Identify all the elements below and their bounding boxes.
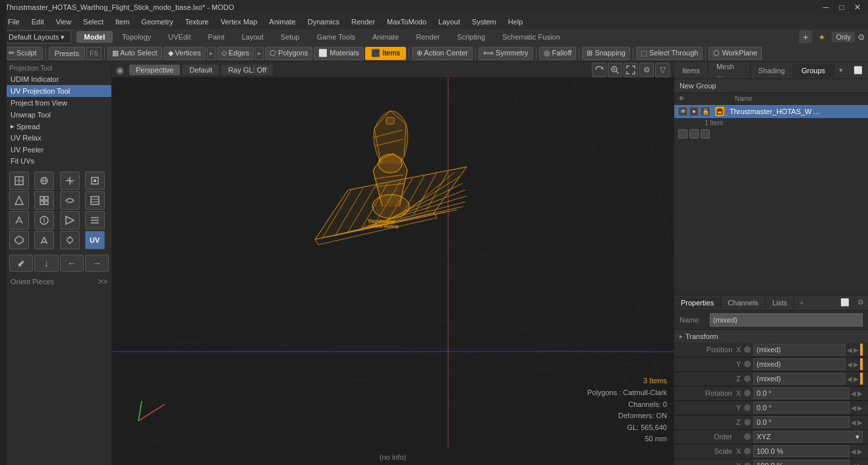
new-group-button[interactable]: New Group xyxy=(674,79,868,93)
arrow-left[interactable]: ← xyxy=(60,255,84,272)
item2-render-toggle[interactable] xyxy=(689,129,699,139)
tool-icon-6[interactable] xyxy=(34,191,54,210)
item-eye-toggle[interactable]: 👁 xyxy=(678,107,687,116)
props-gear-btn[interactable]: ⚙ xyxy=(854,296,868,309)
vertices-button[interactable]: ◆ Vertices xyxy=(163,47,206,60)
menu-select[interactable]: Select xyxy=(78,16,109,27)
sculpt-button[interactable]: ✏ Sculpt xyxy=(3,47,43,60)
item-render-toggle[interactable]: ● xyxy=(689,107,699,116)
modetabs-gear-button[interactable]: ⚙ xyxy=(857,32,865,42)
pos-y-arrow2[interactable]: ▶ xyxy=(854,361,859,368)
pos-x-value[interactable]: (mixed) xyxy=(753,344,846,356)
minimize-button[interactable]: ─ xyxy=(821,2,831,13)
tool-icon-14[interactable] xyxy=(34,231,54,249)
menu-item[interactable]: Item xyxy=(110,16,134,27)
tool-icon-9[interactable] xyxy=(9,211,29,230)
scale-x-arrow[interactable]: ◀ xyxy=(851,448,856,455)
tool-icon-3[interactable] xyxy=(60,171,80,190)
vp-fullscreen-btn[interactable] xyxy=(623,63,638,77)
props-add-button[interactable]: + xyxy=(794,297,809,309)
tool-icon-13[interactable] xyxy=(9,231,29,249)
menu-animate[interactable]: Animate xyxy=(264,16,301,27)
menu-vertexmap[interactable]: Vertex Map xyxy=(216,16,263,27)
tool-icon-8[interactable] xyxy=(85,191,105,210)
vp-settings-btn[interactable]: ⚙ xyxy=(639,63,654,77)
menu-system[interactable]: System xyxy=(467,16,502,27)
unwrap-tool[interactable]: Unwrap Tool xyxy=(7,109,111,121)
viewport-canvas[interactable]: Thrustmaster HOTAS Warthog 3 Items Polyg… xyxy=(112,78,674,465)
scale-x-arrow2[interactable]: ▶ xyxy=(857,448,863,455)
arrow-right[interactable]: → xyxy=(85,255,109,272)
rot-z-value[interactable]: 0.0 ° xyxy=(753,416,850,428)
rp-tab-shading[interactable]: Shading xyxy=(751,64,794,77)
tool-icon-7[interactable] xyxy=(60,191,80,210)
tab-scripting[interactable]: Scripting xyxy=(449,31,493,43)
rot-x-value[interactable]: 0.0 ° xyxy=(753,387,850,399)
rp-tab-add[interactable]: ▾ xyxy=(834,63,848,77)
action-center-button[interactable]: ⊕ Action Center xyxy=(412,47,473,60)
rp-tab-mesh[interactable]: Mesh ... xyxy=(709,60,751,81)
rot-z-dot[interactable] xyxy=(744,419,751,425)
scale-y-value[interactable]: 100.0 % xyxy=(753,460,850,465)
order-select[interactable]: XYZ ▾ xyxy=(753,431,863,443)
edges-options[interactable]: ▸ xyxy=(255,47,264,60)
rot-y-arrow[interactable]: ◀ xyxy=(851,404,856,412)
menu-help[interactable]: Help xyxy=(503,16,529,27)
rot-x-arrow[interactable]: ◀ xyxy=(851,390,856,397)
vp-tab-perspective[interactable]: Perspective xyxy=(129,65,180,75)
scale-y-arrow2[interactable]: ▶ xyxy=(857,462,863,466)
layouts-dropdown[interactable]: Default Layouts ▾ xyxy=(3,30,71,44)
tool-icon-5[interactable] xyxy=(9,191,29,210)
pos-y-arrow[interactable]: ◀ xyxy=(847,361,852,368)
arrow-sw[interactable]: ⬋ xyxy=(9,255,33,272)
props-expand-btn[interactable]: ⬜ xyxy=(836,296,854,309)
pos-y-value[interactable]: (mixed) xyxy=(753,358,846,370)
maximize-button[interactable]: □ xyxy=(836,2,847,13)
only-label[interactable]: Only xyxy=(832,32,855,42)
rot-y-dot[interactable] xyxy=(744,404,751,411)
menu-geometry[interactable]: Geometry xyxy=(136,16,178,27)
menu-edit[interactable]: Edit xyxy=(26,16,49,27)
arrow-down[interactable]: ↓ xyxy=(34,255,58,272)
tab-setup[interactable]: Setup xyxy=(273,31,308,43)
snapping-button[interactable]: ⊞ Snapping xyxy=(582,47,630,60)
name-input[interactable] xyxy=(710,313,863,326)
rot-z-arrow[interactable]: ◀ xyxy=(851,419,856,426)
scale-y-dot[interactable] xyxy=(744,462,751,465)
rot-x-arrow2[interactable]: ▶ xyxy=(857,390,863,397)
pos-z-arrow[interactable]: ◀ xyxy=(847,375,852,383)
tab-model[interactable]: Model xyxy=(76,31,113,43)
workplane-button[interactable]: ⬡ WorkPlane xyxy=(709,47,762,60)
item2-eye-toggle[interactable] xyxy=(678,129,687,139)
vp-nav-icon[interactable]: ◉ xyxy=(116,65,124,75)
scale-x-dot[interactable] xyxy=(744,448,751,454)
viewport-3d[interactable]: Thrustmaster HOTAS Warthog 3 Items Polyg… xyxy=(112,78,674,465)
vertices-options[interactable]: ▸ xyxy=(207,47,216,60)
props-tab-channels[interactable]: Channels xyxy=(721,297,765,309)
spread-tool[interactable]: ▸ Spread xyxy=(7,121,111,132)
project-from-view-tool[interactable]: Project from View xyxy=(7,97,111,109)
item2-lock-toggle[interactable] xyxy=(701,129,710,139)
tab-gametools[interactable]: Game Tools xyxy=(308,31,363,43)
pos-z-arrow2[interactable]: ▶ xyxy=(854,375,859,383)
rp-expand-btn[interactable]: ⬜ xyxy=(848,63,868,77)
udim-indicator-tool[interactable]: UDIM Indicator xyxy=(7,73,111,85)
menu-render[interactable]: Render xyxy=(346,16,380,27)
rot-x-dot[interactable] xyxy=(744,390,751,396)
rot-y-arrow2[interactable]: ▶ xyxy=(857,404,863,412)
pos-x-arrow[interactable]: ◀ xyxy=(847,346,852,354)
menu-texture[interactable]: Texture xyxy=(180,16,214,27)
vp-zoom-btn[interactable] xyxy=(608,63,622,77)
uv-peeler-tool[interactable]: UV Peeler xyxy=(7,144,111,156)
tab-paint[interactable]: Paint xyxy=(200,31,233,43)
add-tab-button[interactable]: + xyxy=(799,30,812,44)
tab-uvedit[interactable]: UVEdit xyxy=(160,31,198,43)
edges-button[interactable]: ◇ Edges xyxy=(217,47,254,60)
order-dot[interactable] xyxy=(744,433,751,440)
pos-z-dot[interactable] xyxy=(744,375,751,382)
pos-y-dot[interactable] xyxy=(744,361,751,367)
vp-tab-raygl[interactable]: Ray GL: Off xyxy=(221,65,273,75)
menu-layout[interactable]: Layout xyxy=(433,16,465,27)
vp-tab-default[interactable]: Default xyxy=(183,65,219,75)
tab-layout[interactable]: Layout xyxy=(234,31,272,43)
